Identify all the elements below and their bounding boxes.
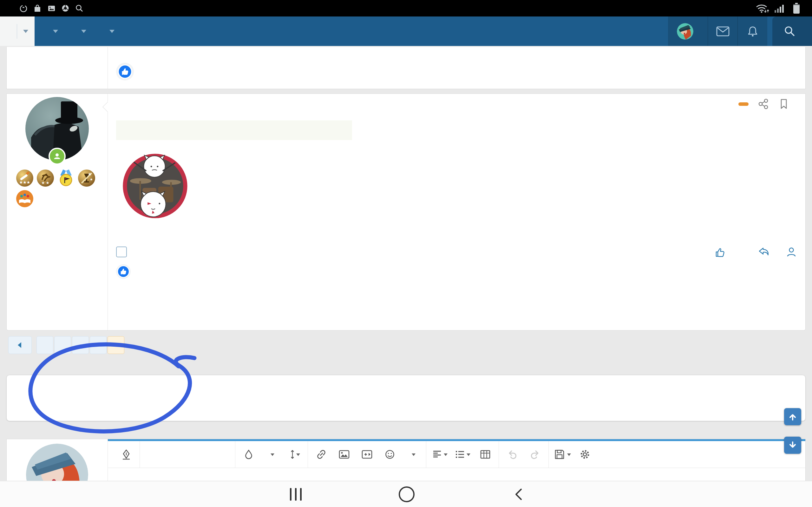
list-button[interactable] (451, 445, 474, 464)
bookmark-icon[interactable] (778, 98, 789, 110)
table-icon (479, 449, 491, 460)
share-icon[interactable] (758, 98, 769, 110)
pagination (8, 336, 806, 354)
like-summary[interactable] (116, 264, 798, 279)
reply-editor-block (6, 439, 806, 481)
remove-format-button[interactable] (115, 445, 138, 464)
editor-settings-button[interactable] (573, 445, 596, 464)
recents-button[interactable] (273, 481, 318, 507)
nav-bar (0, 16, 812, 46)
avatar[interactable] (26, 444, 88, 481)
online-indicator (49, 148, 66, 165)
link-icon (315, 448, 327, 460)
svg-text:★★★: ★★★ (19, 180, 31, 185)
rich-text-editor (108, 439, 805, 481)
bold-button[interactable] (142, 445, 165, 464)
insert-media-button[interactable] (356, 445, 378, 464)
like-button[interactable] (714, 246, 729, 258)
page-3-button[interactable] (72, 336, 89, 354)
medal-no-smoking-icon: ★★★ (16, 169, 34, 187)
thumb-up-icon (714, 246, 726, 258)
gear-icon (579, 448, 591, 460)
svg-text:★: ★ (88, 172, 92, 176)
medal-flag-icon (57, 169, 75, 187)
tab-whats-new[interactable] (39, 16, 67, 46)
insert-link-button[interactable] (310, 445, 333, 464)
signature-badge-image (116, 147, 798, 222)
more-options-button[interactable] (401, 445, 424, 464)
messages-button[interactable] (708, 16, 738, 46)
page-1-button[interactable] (37, 336, 53, 354)
envelope-icon (716, 26, 730, 37)
avatar[interactable] (26, 97, 89, 160)
signature-counter (116, 120, 352, 140)
alignment-button[interactable] (428, 445, 451, 464)
recents-icon (290, 488, 302, 501)
underline-button[interactable] (188, 445, 210, 464)
select-post-checkbox[interactable] (116, 246, 127, 257)
back-button[interactable] (497, 481, 541, 507)
home-button[interactable] (385, 481, 429, 507)
page-5-button-current[interactable] (107, 336, 124, 354)
search-icon (784, 25, 796, 38)
text-color-button[interactable] (237, 445, 260, 464)
font-size-button[interactable] (283, 445, 306, 464)
drafts-button[interactable] (551, 445, 573, 464)
like-badge-icon (116, 63, 134, 80)
tab-want-to-smoke[interactable] (124, 16, 142, 46)
pagination-back-button[interactable] (8, 336, 32, 354)
account-menu[interactable] (668, 16, 708, 46)
editor-toolbar (108, 441, 805, 468)
tab-media[interactable] (67, 16, 96, 46)
search-button[interactable] (772, 16, 812, 46)
svg-text:★: ★ (90, 177, 93, 181)
tab-forums[interactable] (0, 16, 35, 46)
align-icon (432, 449, 442, 459)
insert-image-button[interactable] (333, 445, 356, 464)
interested-users-card (6, 375, 806, 421)
font-color-button[interactable] (260, 445, 283, 464)
tab-users[interactable] (96, 16, 124, 46)
medal-no-alcohol-icon: ★★ (78, 169, 96, 187)
reply-button[interactable] (758, 246, 773, 258)
chevron-down-icon (412, 453, 415, 458)
chevron-down-icon (444, 453, 448, 458)
chevron-down-icon (296, 453, 300, 458)
strikethrough-button[interactable] (210, 445, 233, 464)
signal-icon (774, 3, 785, 13)
status-bar (0, 0, 812, 16)
post-96: ★★★ ★ ★ ★★ (6, 94, 806, 331)
chevron-down-icon (567, 453, 571, 458)
image-icon (338, 448, 350, 460)
avatar[interactable] (677, 23, 693, 40)
like-summary[interactable] (116, 63, 798, 80)
data-saver-icon (19, 4, 28, 13)
page-2-button[interactable] (54, 336, 71, 354)
shopping-bag-icon (33, 4, 42, 13)
editor-text-area[interactable] (108, 468, 805, 481)
alerts-button[interactable] (738, 16, 767, 46)
person-icon[interactable] (786, 246, 797, 258)
screen: ★★★ ★ ★ ★★ (0, 0, 812, 507)
chevron-down-icon (81, 30, 86, 36)
wifi-icon (756, 3, 770, 14)
undo-button[interactable] (501, 445, 524, 464)
chevron-down-icon (467, 453, 470, 458)
chevron-down-icon[interactable] (23, 30, 28, 36)
page-4-button[interactable] (90, 336, 107, 354)
smiley-icon (384, 448, 396, 460)
chevron-down-icon (109, 30, 114, 36)
scroll-to-bottom-button[interactable] (784, 437, 801, 454)
scroll-to-top-button[interactable] (784, 408, 801, 425)
smilies-button[interactable] (378, 445, 401, 464)
arrow-up-icon (787, 411, 798, 422)
italic-button[interactable] (165, 445, 188, 464)
reply-arrow-icon (758, 246, 770, 258)
tab-divider (17, 24, 17, 39)
author-medals: ★★★ ★ ★ ★★ (16, 169, 98, 208)
redo-button[interactable] (524, 445, 547, 464)
updown-arrow-icon (290, 450, 295, 459)
post-content (108, 47, 805, 89)
chevron-down-icon (270, 453, 274, 458)
insert-table-button[interactable] (474, 445, 497, 464)
